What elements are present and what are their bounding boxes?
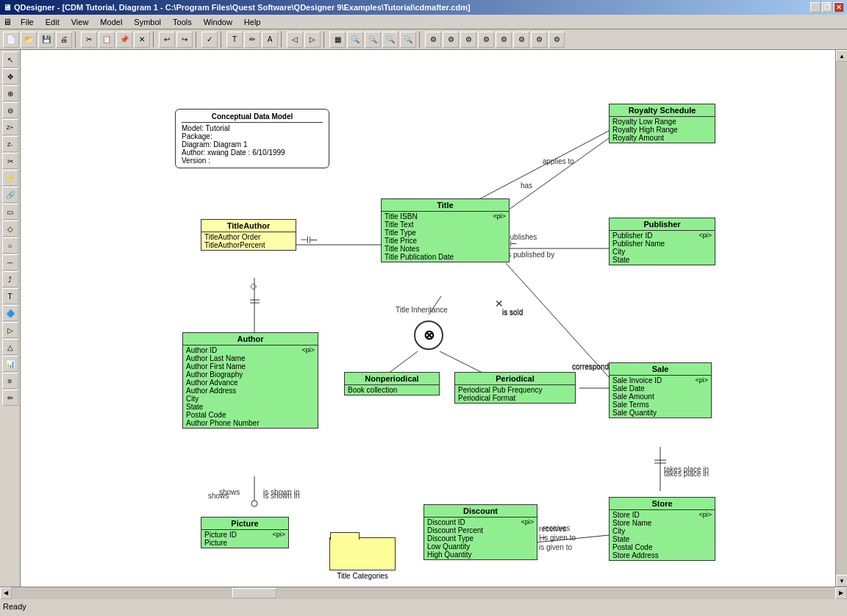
menu-view[interactable]: View — [68, 16, 92, 28]
tb-undo[interactable]: ↩ — [159, 32, 175, 48]
menu-edit[interactable]: Edit — [43, 16, 62, 28]
menu-help[interactable]: Help — [241, 16, 264, 28]
scroll-left-btn[interactable]: ◀ — [0, 587, 12, 599]
tb-new[interactable]: 📄 — [3, 32, 19, 48]
entity-author[interactable]: Author Author ID<pi> Author Last Name Au… — [182, 332, 318, 429]
tb-color[interactable]: A — [262, 32, 278, 48]
tb-copy[interactable]: 📋 — [99, 32, 115, 48]
tb-open[interactable]: 📂 — [21, 32, 37, 48]
entity-periodical[interactable]: Periodical Periodical Pub Frequency Peri… — [454, 372, 576, 404]
entity-periodical-body: Periodical Pub Frequency Periodical Form… — [455, 385, 575, 403]
field-sale-amount: Sale Amount — [612, 393, 708, 401]
inheritance-symbol: ⊗ — [414, 320, 443, 350]
tb-sep1 — [75, 32, 78, 48]
folder-title-categories[interactable]: Title Categories — [326, 531, 399, 580]
tool-zoom-plus[interactable]: Z+ — [2, 119, 18, 135]
tool-pen[interactable]: ✏ — [2, 390, 18, 406]
menu-model[interactable]: Model — [97, 16, 125, 28]
tool-cut[interactable]: ✂ — [2, 153, 18, 169]
tool-zoom-in[interactable]: ⊕ — [2, 85, 18, 101]
tb-zoom4[interactable]: 🔍 — [400, 32, 416, 48]
tb-redo[interactable]: ↪ — [176, 32, 193, 48]
entity-royalty-schedule[interactable]: Royalty Schedule Royalty Low Range Royal… — [609, 104, 715, 143]
tb-prop5[interactable]: ⚙ — [496, 32, 512, 48]
menu-tools[interactable]: Tools — [170, 16, 195, 28]
tool-select[interactable]: ↖ — [2, 51, 18, 68]
tb-prop6[interactable]: ⚙ — [513, 32, 529, 48]
scroll-track-v[interactable] — [836, 62, 847, 575]
tb-prop2[interactable]: ⚙ — [443, 32, 459, 48]
tool-rect[interactable]: ▭ — [2, 204, 18, 220]
field-sale-quantity: Sale Quantity — [612, 409, 708, 417]
field-store-address: Store Address — [612, 551, 712, 559]
bottom-scrollbar[interactable]: ◀ ▶ — [0, 587, 847, 598]
toolbox: ↖ ✥ ⊕ ⊖ Z+ Z- ✂ ⚡ 🔗 ▭ ◇ ○ ─ ⤴ T 🔷 ▷ △ 📊 … — [0, 50, 21, 587]
tb-prop8[interactable]: ⚙ — [548, 32, 565, 48]
entity-title[interactable]: Title Title ISBN<pi> Title Text Title Ty… — [381, 198, 510, 262]
entity-discount[interactable]: Discount Discount ID<pi> Discount Percen… — [424, 504, 537, 560]
tool-circle[interactable]: ○ — [2, 237, 18, 254]
tool-tri2[interactable]: △ — [2, 339, 18, 355]
tb-print[interactable]: 🖨 — [56, 32, 72, 48]
field-titleauthor-percent: TitleAuthorPercent — [204, 241, 293, 249]
tb-paste[interactable]: 📌 — [116, 32, 132, 48]
entity-picture[interactable]: Picture Picture ID<pi> Picture — [201, 517, 289, 548]
scroll-thumb-h[interactable] — [232, 588, 276, 598]
scroll-down-btn[interactable]: ▼ — [836, 575, 847, 587]
tb-zoom3[interactable]: 🔍 — [382, 32, 399, 48]
entity-publisher[interactable]: Publisher Publisher ID<pi> Publisher Nam… — [609, 218, 715, 265]
tool-text[interactable]: T — [2, 288, 18, 304]
entity-royalty-schedule-header: Royalty Schedule — [610, 104, 715, 117]
tb-prop4[interactable]: ⚙ — [478, 32, 494, 48]
tool-diamond[interactable]: ◇ — [2, 221, 18, 237]
entity-titleauthor[interactable]: TitleAuthor TitleAuthor Order TitleAutho… — [201, 219, 296, 251]
menu-symbol[interactable]: Symbol — [131, 16, 164, 28]
tool-tri1[interactable]: ▷ — [2, 322, 18, 338]
entity-sale-body: Sale Invoice ID<pi> Sale Date Sale Amoun… — [610, 376, 711, 418]
is-given-to-label: is given to — [543, 534, 576, 542]
tb-pen[interactable]: ✏ — [244, 32, 260, 48]
tool-zoom-out[interactable]: ⊖ — [2, 102, 18, 118]
tb-check[interactable]: ✓ — [201, 32, 218, 48]
tool-shape[interactable]: 🔷 — [2, 305, 18, 321]
scroll-track-h[interactable] — [12, 587, 835, 599]
entity-nonperiodical[interactable]: Nonperiodical Book collection — [344, 372, 440, 395]
tb-delete[interactable]: ✕ — [134, 32, 150, 48]
canvas-area[interactable]: has applies to ⊣⊢ ⊢ publishes is publish… — [21, 50, 835, 587]
scroll-right-btn[interactable]: ▶ — [835, 587, 847, 599]
tool-link[interactable]: ⚡ — [2, 170, 18, 186]
tool-move[interactable]: ✥ — [2, 68, 18, 85]
entity-sale[interactable]: Sale Sale Invoice ID<pi> Sale Date Sale … — [609, 362, 712, 418]
tool-list[interactable]: ≡ — [2, 373, 18, 389]
menu-window[interactable]: Window — [201, 16, 235, 28]
field-publisher-name: Publisher Name — [612, 240, 712, 248]
tb-grid[interactable]: ▦ — [329, 32, 346, 48]
tool-chart[interactable]: 📊 — [2, 356, 18, 372]
tb-prop1[interactable]: ⚙ — [425, 32, 441, 48]
tb-arrow-l[interactable]: ◁ — [287, 32, 303, 48]
restore-button[interactable]: ❐ — [822, 2, 832, 12]
right-scrollbar[interactable]: ▲ ▼ — [835, 50, 847, 587]
tool-line[interactable]: ─ — [2, 254, 18, 271]
tb-arrow-r[interactable]: ▷ — [304, 32, 321, 48]
tool-connect[interactable]: 🔗 — [2, 187, 18, 203]
field-title-text: Title Text — [385, 221, 506, 229]
scroll-up-btn[interactable]: ▲ — [836, 50, 847, 62]
field-royalty-low: Royalty Low Range — [612, 118, 712, 126]
tb-prop7[interactable]: ⚙ — [531, 32, 547, 48]
tb-prop3[interactable]: ⚙ — [460, 32, 476, 48]
field-store-id: Store ID<pi> — [612, 511, 712, 519]
svg-text:⊢: ⊢ — [510, 239, 517, 249]
svg-line-17 — [506, 263, 609, 377]
tool-arrow[interactable]: ⤴ — [2, 271, 18, 287]
tb-zoom2[interactable]: 🔍 — [365, 32, 381, 48]
tb-cut[interactable]: ✂ — [81, 32, 97, 48]
tb-text[interactable]: T — [226, 32, 243, 48]
minimize-button[interactable]: _ — [810, 2, 821, 12]
menu-file[interactable]: File — [18, 16, 37, 28]
tb-zoom1[interactable]: 🔍 — [347, 32, 363, 48]
tool-zoom-minus[interactable]: Z- — [2, 136, 18, 152]
entity-store[interactable]: Store Store ID<pi> Store Name City State… — [609, 497, 715, 561]
tb-save[interactable]: 💾 — [38, 32, 54, 48]
close-button[interactable]: ✕ — [834, 2, 844, 12]
